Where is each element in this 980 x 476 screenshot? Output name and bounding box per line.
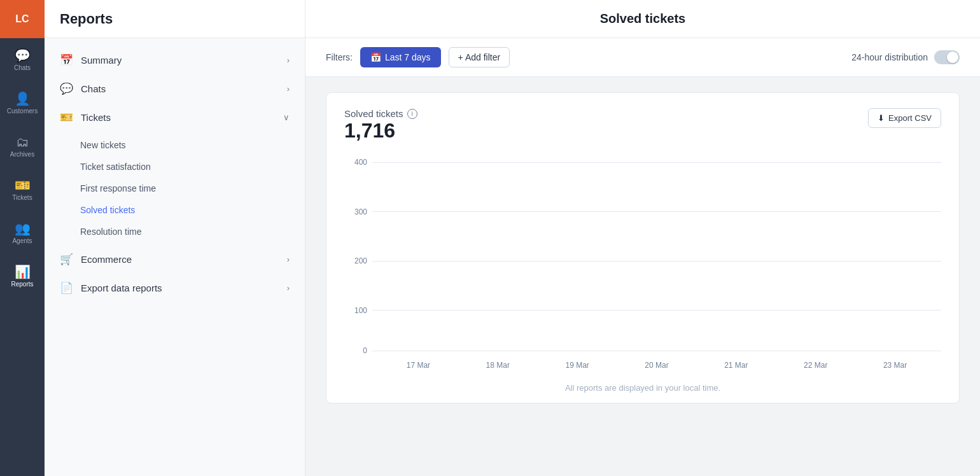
chart-card: Solved tickets i 1,716 ⬇ Export CSV: [326, 92, 960, 403]
submenu-label-resolution-time: Resolution time: [80, 227, 142, 237]
y-label-0: 0: [344, 346, 372, 355]
y-label-400: 400: [344, 158, 372, 167]
y-label-300: 300: [344, 207, 372, 216]
sidebar-item-ecommerce[interactable]: 🛒 Ecommerce ›: [45, 245, 305, 274]
tickets-icon: 🎫: [15, 179, 31, 192]
nav-item-reports[interactable]: 📊 Reports: [0, 255, 45, 298]
nav-item-chats[interactable]: 💬 Chats: [0, 38, 45, 81]
main-header: Solved tickets: [305, 0, 980, 38]
chevron-right-icon: ›: [287, 55, 290, 65]
add-filter-label: + Add filter: [458, 52, 501, 62]
distribution-label: 24-hour distribution: [851, 52, 928, 62]
nav-label-reports: Reports: [11, 281, 33, 288]
ecommerce-icon: 🛒: [60, 253, 73, 266]
logo: LC: [0, 0, 45, 38]
nav-item-customers[interactable]: 👤 Customers: [0, 81, 45, 125]
chart-total: 1,716: [344, 119, 417, 143]
last-7-days-label: Last 7 days: [385, 52, 431, 62]
sidebar: Reports 📅 Summary › 💬 Chats › 🎫 Tickets …: [45, 0, 305, 476]
chart-grid: 400 300 200: [344, 158, 941, 374]
calendar-icon: 📅: [370, 52, 381, 62]
sidebar-title: Reports: [60, 11, 113, 27]
submenu-ticket-satisfaction[interactable]: Ticket satisfaction: [45, 156, 305, 178]
x-labels: 17 Mar 18 Mar 19 Mar 20 Mar 21 Mar 22 Ma…: [372, 356, 941, 374]
y-label-100: 100: [344, 306, 372, 315]
chevron-right-ecommerce-icon: ›: [287, 255, 290, 264]
summary-icon: 📅: [60, 53, 73, 67]
sidebar-label-summary: Summary: [81, 55, 122, 66]
nav-item-archives[interactable]: 🗂 Archives: [0, 125, 45, 168]
sidebar-item-chats[interactable]: 💬 Chats ›: [45, 74, 305, 103]
chart-footer: All reports are displayed in your local …: [344, 383, 941, 393]
sidebar-header: Reports: [45, 0, 305, 38]
footer-note: All reports are displayed in your local …: [565, 383, 720, 393]
submenu-label-ticket-satisfaction: Ticket satisfaction: [80, 162, 151, 172]
submenu-resolution-time[interactable]: Resolution time: [45, 221, 305, 242]
customers-icon: 👤: [15, 92, 31, 105]
archives-icon: 🗂: [16, 136, 29, 148]
info-icon[interactable]: i: [407, 109, 417, 119]
nav-label-agents: Agents: [12, 237, 32, 244]
submenu-label-solved-tickets: Solved tickets: [80, 205, 135, 215]
submenu-label-first-response: First response time: [80, 183, 156, 193]
x-label-23mar: 23 Mar: [855, 361, 935, 370]
chart-title-text: Solved tickets: [344, 108, 403, 119]
logo-text: LC: [15, 13, 29, 25]
export-label: Export CSV: [888, 113, 932, 123]
sidebar-label-export-data: Export data reports: [81, 283, 162, 293]
nav-label-customers: Customers: [7, 108, 38, 115]
last-7-days-filter-button[interactable]: 📅 Last 7 days: [360, 47, 441, 67]
bars-container: [372, 158, 941, 355]
chevron-right-export-icon: ›: [287, 283, 290, 293]
submenu-label-new-tickets: New tickets: [80, 140, 126, 150]
export-data-icon: 📄: [60, 281, 73, 295]
submenu-solved-tickets[interactable]: Solved tickets: [45, 199, 305, 221]
main-content: Solved tickets Filters: 📅 Last 7 days + …: [305, 0, 980, 476]
chart-card-title: Solved tickets i: [344, 108, 417, 119]
y-label-200: 200: [344, 256, 372, 265]
submenu-first-response-time[interactable]: First response time: [45, 178, 305, 199]
sidebar-item-tickets[interactable]: 🎫 Tickets ∨: [45, 103, 305, 132]
page-title: Solved tickets: [600, 11, 686, 26]
x-label-21mar: 21 Mar: [696, 361, 776, 370]
icon-nav: LC 💬 Chats 👤 Customers 🗂 Archives 🎫 Tick…: [0, 0, 45, 476]
agents-icon: 👥: [15, 222, 31, 235]
sidebar-item-summary[interactable]: 📅 Summary ›: [45, 46, 305, 74]
filter-label: Filters:: [326, 52, 353, 62]
toggle-knob: [947, 52, 958, 63]
chats-icon: 💬: [15, 49, 31, 62]
x-label-20mar: 20 Mar: [617, 361, 697, 370]
chevron-right-chats-icon: ›: [287, 84, 290, 94]
reports-icon: 📊: [15, 265, 31, 278]
download-icon: ⬇: [878, 113, 885, 123]
sidebar-item-export-data[interactable]: 📄 Export data reports ›: [45, 274, 305, 302]
sidebar-label-chats: Chats: [81, 83, 106, 94]
sidebar-label-tickets: Tickets: [81, 112, 111, 123]
nav-item-tickets[interactable]: 🎫 Tickets: [0, 168, 45, 211]
x-label-17mar: 17 Mar: [379, 361, 458, 370]
sidebar-label-ecommerce: Ecommerce: [81, 254, 132, 265]
chevron-down-tickets-icon: ∨: [283, 113, 290, 122]
chart-container: Solved tickets i 1,716 ⬇ Export CSV: [305, 77, 980, 476]
tickets-menu-icon: 🎫: [60, 111, 73, 124]
filter-bar: Filters: 📅 Last 7 days + Add filter 24-h…: [305, 38, 980, 77]
x-label-19mar: 19 Mar: [538, 361, 617, 370]
submenu-new-tickets[interactable]: New tickets: [45, 134, 305, 156]
add-filter-button[interactable]: + Add filter: [449, 47, 510, 67]
export-csv-button[interactable]: ⬇ Export CSV: [868, 108, 941, 128]
nav-item-agents[interactable]: 👥 Agents: [0, 211, 45, 255]
chart-card-header: Solved tickets i 1,716 ⬇ Export CSV: [344, 108, 941, 153]
nav-label-chats: Chats: [14, 64, 31, 71]
bar-chart: 400 300 200: [344, 158, 941, 374]
sidebar-menu: 📅 Summary › 💬 Chats › 🎫 Tickets ∨ New ti…: [45, 38, 305, 310]
tickets-submenu: New tickets Ticket satisfaction First re…: [45, 132, 305, 245]
nav-label-archives: Archives: [10, 151, 34, 158]
x-label-22mar: 22 Mar: [776, 361, 855, 370]
chats-menu-icon: 💬: [60, 82, 73, 95]
nav-label-tickets: Tickets: [12, 194, 32, 201]
distribution-toggle[interactable]: [934, 50, 960, 64]
x-label-18mar: 18 Mar: [458, 361, 538, 370]
